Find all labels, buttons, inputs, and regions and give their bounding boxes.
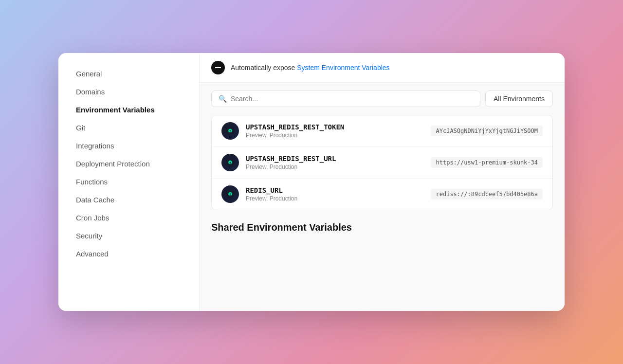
toggle-icon — [211, 61, 225, 74]
sidebar: GeneralDomainsEnvironment VariablesGitIn… — [58, 53, 200, 311]
env-tags-upstash-redis-url: Preview, Production — [246, 164, 424, 170]
env-value-upstash-redis-url: https://usw1-premium-skunk-34 — [431, 157, 543, 168]
shared-title: Shared Environment Variables — [211, 222, 553, 233]
env-tags-upstash-redis-token: Preview, Production — [246, 132, 424, 139]
env-avatar-upstash-redis-token — [221, 122, 239, 140]
env-value-upstash-redis-token: AYcJASQgNDNiYjYxYjgtNGJiYSOOM — [431, 126, 543, 136]
env-name-upstash-redis-token: UPSTASH_REDIS_REST_TOKEN — [246, 123, 424, 131]
shared-section: Shared Environment Variables — [200, 210, 565, 241]
sidebar-item-general[interactable]: General — [62, 65, 195, 83]
env-name-redis-url: REDIS_URL — [246, 186, 424, 194]
env-filter-button[interactable]: All Environments — [485, 91, 553, 107]
env-avatar-redis-url — [221, 185, 239, 203]
sidebar-item-deployment-protection[interactable]: Deployment Protection — [62, 155, 195, 173]
env-info-upstash-redis-token: UPSTASH_REDIS_REST_TOKENPreview, Product… — [246, 123, 424, 139]
env-row-upstash-redis-token[interactable]: UPSTASH_REDIS_REST_TOKENPreview, Product… — [212, 115, 552, 147]
sidebar-item-domains[interactable]: Domains — [62, 83, 195, 101]
search-icon: 🔍 — [219, 95, 227, 103]
banner-prefix: Automatically expose — [231, 64, 297, 72]
env-name-upstash-redis-url: UPSTASH_REDIS_REST_URL — [246, 155, 424, 163]
env-tags-redis-url: Preview, Production — [246, 195, 424, 202]
sidebar-item-data-cache[interactable]: Data Cache — [62, 191, 195, 209]
env-info-redis-url: REDIS_URLPreview, Production — [246, 186, 424, 202]
search-box: 🔍 — [211, 91, 480, 107]
env-row-upstash-redis-url[interactable]: UPSTASH_REDIS_REST_URLPreview, Productio… — [212, 147, 552, 179]
sidebar-item-environment-variables[interactable]: Environment Variables — [62, 101, 195, 119]
search-input[interactable] — [231, 95, 473, 103]
env-row-redis-url[interactable]: REDIS_URLPreview, Productionrediss://:89… — [212, 179, 552, 210]
env-value-redis-url: rediss://:89cdceef57bd405e86a — [431, 189, 543, 200]
sidebar-item-functions[interactable]: Functions — [62, 173, 195, 191]
env-avatar-upstash-redis-url — [221, 154, 239, 171]
banner-text: Automatically expose System Environment … — [231, 64, 390, 72]
env-vars-list: UPSTASH_REDIS_REST_TOKENPreview, Product… — [211, 115, 553, 210]
content-area: Automatically expose System Environment … — [200, 53, 565, 311]
sidebar-item-git[interactable]: Git — [62, 119, 195, 137]
main-card: GeneralDomainsEnvironment VariablesGitIn… — [58, 53, 565, 311]
top-banner: Automatically expose System Environment … — [200, 53, 565, 83]
env-info-upstash-redis-url: UPSTASH_REDIS_REST_URLPreview, Productio… — [246, 155, 424, 170]
sidebar-item-cron-jobs[interactable]: Cron Jobs — [62, 209, 195, 227]
search-area: 🔍 All Environments — [200, 83, 565, 115]
sidebar-item-security[interactable]: Security — [62, 227, 195, 245]
sidebar-item-advanced[interactable]: Advanced — [62, 245, 195, 263]
sidebar-item-integrations[interactable]: Integrations — [62, 137, 195, 155]
banner-link[interactable]: System Environment Variables — [297, 64, 389, 72]
